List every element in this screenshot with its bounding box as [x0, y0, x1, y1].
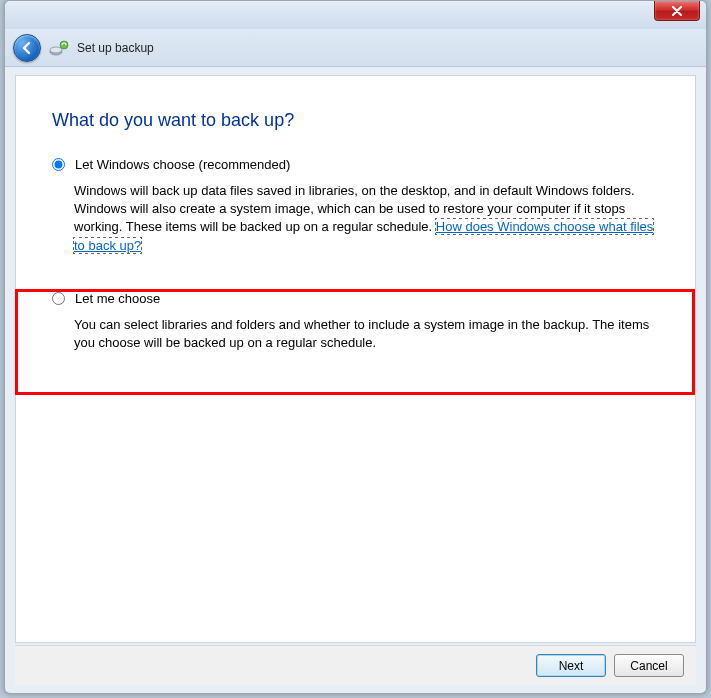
wizard-title: Set up backup: [77, 41, 154, 55]
radio-let-me-choose[interactable]: [52, 292, 65, 305]
titlebar: [5, 1, 706, 29]
option-let-windows-choose: Let Windows choose (recommended) Windows…: [52, 157, 659, 255]
footer-button-bar: Next Cancel: [15, 645, 696, 685]
option-label: Let Windows choose (recommended): [75, 157, 290, 172]
option-description: You can select libraries and folders and…: [74, 316, 659, 352]
back-button[interactable]: [13, 34, 41, 62]
svg-point-2: [60, 41, 68, 49]
radio-let-windows-choose[interactable]: [52, 158, 65, 171]
option-label: Let me choose: [75, 291, 160, 306]
option-row[interactable]: Let Windows choose (recommended): [52, 157, 659, 172]
option-let-me-choose: Let me choose You can select libraries a…: [52, 291, 659, 352]
page-heading: What do you want to back up?: [52, 110, 659, 131]
option-description: Windows will back up data files saved in…: [74, 182, 659, 255]
cancel-button[interactable]: Cancel: [614, 654, 684, 677]
backup-wizard-icon: [49, 39, 69, 57]
content-panel: What do you want to back up? Let Windows…: [15, 75, 696, 643]
option-description-text: You can select libraries and folders and…: [74, 317, 649, 350]
wizard-window: Set up backup What do you want to back u…: [4, 0, 707, 694]
option-row[interactable]: Let me choose: [52, 291, 659, 306]
next-button[interactable]: Next: [536, 654, 606, 677]
svg-point-1: [50, 47, 62, 53]
navbar: Set up backup: [5, 29, 706, 67]
close-icon: [671, 6, 683, 16]
back-arrow-icon: [20, 41, 34, 55]
close-button[interactable]: [654, 1, 700, 21]
